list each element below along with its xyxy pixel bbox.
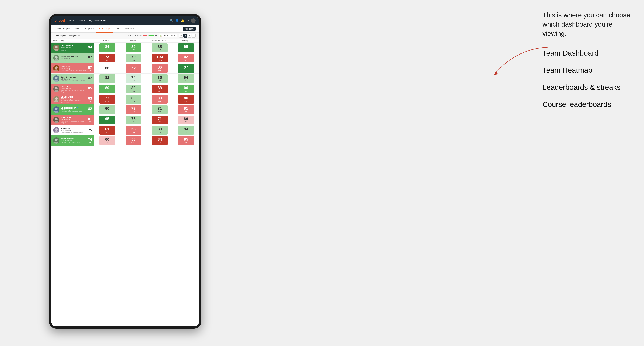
- stat-value: 71: [158, 117, 162, 121]
- heatmap-view-button[interactable]: ▦: [184, 34, 187, 37]
- sub-nav-all-players[interactable]: All Players: [122, 25, 137, 32]
- stat-box: 75 +2▲: [126, 116, 142, 124]
- stat-cell-4: 85 -4▼: [173, 135, 199, 146]
- notification-icon[interactable]: 🔔: [181, 19, 184, 22]
- player-quality-value: 83 -3▼: [88, 96, 92, 102]
- svg-point-1: [55, 46, 58, 48]
- user-avatar[interactable]: [191, 18, 196, 23]
- player-avatar: [53, 106, 60, 113]
- player-avatar: [53, 137, 60, 144]
- stat-change: +3▲: [184, 131, 188, 133]
- stat-change: +3▲: [132, 90, 135, 92]
- player-quality-value: 85 -3▼: [88, 86, 92, 92]
- stat-change: -3▼: [158, 80, 161, 82]
- stat-value: 77: [132, 107, 136, 110]
- sub-nav-team-clippd[interactable]: Team Clippd: [96, 25, 113, 32]
- stat-value: 83: [158, 96, 162, 100]
- stat-change: -6▼: [158, 100, 161, 102]
- sub-nav-pgat[interactable]: PGAT Players: [54, 25, 72, 32]
- nav-link-teams[interactable]: Teams: [79, 19, 86, 23]
- annotation-item-1: Team Dashboard: [542, 49, 634, 57]
- last-rounds-icon: 📊: [160, 35, 162, 36]
- verified-icon: ✓: [74, 96, 76, 98]
- stat-value: 84: [158, 138, 162, 141]
- stat-cell-4: 89 -2▼: [173, 115, 199, 125]
- grid-view-button[interactable]: ⊞: [179, 34, 183, 37]
- stat-cell-3: 71 -11▼: [147, 115, 173, 125]
- stat-cell-2: 58 +4▲: [120, 125, 147, 135]
- putting-col-header: Putting →: [173, 39, 199, 43]
- stat-cell-3: 83 -6▼: [147, 94, 173, 105]
- player-cell[interactable]: Charlie Quick ✓ 6-10 Handicap St. George…: [51, 94, 94, 105]
- svg-point-15: [55, 118, 58, 120]
- stat-cell-2: 74 +1▲: [120, 74, 147, 84]
- add-team-button[interactable]: Add Team: [183, 27, 196, 31]
- svg-point-6: [54, 69, 58, 71]
- avatar-icon: [53, 106, 60, 113]
- stat-cell-4: 94 +3▲: [173, 125, 199, 135]
- player-cell[interactable]: Matt Miller 6-10 Handicap Woburn Golf Cl…: [51, 125, 94, 135]
- stat-change: +15▲: [158, 59, 162, 61]
- svg-point-13: [55, 108, 58, 110]
- annotation-panel: This is where you can choose which dashb…: [542, 10, 634, 117]
- search-icon[interactable]: 🔍: [170, 19, 173, 22]
- stat-value: 92: [184, 55, 188, 59]
- player-stats-table: Player Quality ↓ Off the Tee → Approach …: [51, 39, 199, 146]
- list-view-button[interactable]: ≡: [188, 34, 192, 37]
- player-cell[interactable]: David Ford ✓ Plus Handicap Royal North D…: [51, 84, 94, 94]
- stat-cell-1: 60 +2▲: [94, 105, 120, 115]
- negative-bar: [143, 35, 147, 36]
- nav-link-my-performance[interactable]: My Performance: [89, 19, 106, 23]
- svg-point-8: [54, 80, 58, 82]
- player-quality-value: 75: [88, 128, 92, 132]
- stat-cell-2: 75 -3▼: [120, 63, 147, 74]
- svg-point-11: [55, 97, 58, 100]
- sub-nav-pga[interactable]: PGA: [72, 25, 82, 32]
- sub-nav-tour[interactable]: Tour: [113, 25, 122, 32]
- avatar-icon: [53, 75, 60, 82]
- stat-box: 73 -11▼: [100, 54, 115, 62]
- sub-nav-hcaps[interactable]: Hcaps 1-5: [82, 25, 96, 32]
- change-minus: -5: [147, 35, 149, 36]
- verified-icon: ✓: [77, 107, 78, 109]
- stat-cell-2: 75 +2▲: [120, 115, 147, 125]
- player-cell[interactable]: Chris Robertson ✓ 1-5 Handicap Craigmill…: [51, 105, 94, 115]
- player-cell[interactable]: Edward Crossman 1-5 Handicap Sunningdale…: [51, 53, 94, 63]
- player-club: Sunningdale Golf Club, United Kingdom: [61, 59, 86, 61]
- profile-icon[interactable]: 👤: [175, 19, 179, 22]
- stat-cell-2: 77 -3▼: [120, 105, 147, 115]
- player-cell[interactable]: Elliot Ebert 1-5 Handicap Sunningdale Go…: [51, 63, 94, 74]
- download-button[interactable]: ↓: [192, 34, 196, 37]
- edit-icon[interactable]: ✏: [78, 34, 80, 37]
- stat-value: 96: [184, 86, 188, 90]
- player-info: Edward Crossman 1-5 Handicap Sunningdale…: [61, 55, 86, 61]
- stat-change: +9▲: [132, 59, 135, 61]
- stat-box: 95 +9▲: [178, 43, 194, 52]
- stat-cell-3: 85 -3▼: [147, 74, 173, 84]
- stat-value: 81: [158, 107, 162, 110]
- stat-value: 74: [132, 76, 136, 79]
- player-cell[interactable]: Dave Billingham 1-5 Handicap Gog Magog G…: [51, 74, 94, 84]
- stat-box: 58 +10▲: [126, 136, 142, 145]
- stat-box: 79 +9▲: [126, 54, 142, 62]
- stat-box: 97 +5▲: [178, 64, 194, 73]
- stat-cell-1: 95 +8▲: [94, 115, 120, 125]
- stat-box: 58 +4▲: [126, 126, 142, 135]
- last-rounds-button[interactable]: 📊 Last Rounds: 20: [158, 34, 178, 37]
- stat-cell-2: 80 +1▲: [120, 94, 147, 105]
- player-name: Charlie Quick ✓: [61, 96, 86, 98]
- player-handicap: 1-5 Handicap: [61, 68, 86, 70]
- player-cell[interactable]: Josh Coles 1-5 Handicap Royal North Devo…: [51, 115, 94, 125]
- stat-value: 75: [132, 65, 136, 69]
- settings-icon[interactable]: ⚙: [186, 19, 189, 22]
- tablet-device: clippd Home Teams My Performance 🔍 👤 🔔 ⚙…: [49, 14, 201, 329]
- player-avatar: [53, 117, 60, 123]
- player-info: Chris Robertson ✓ 1-5 Handicap Craigmill…: [61, 107, 82, 112]
- stat-cell-4: 86 -8▼: [173, 94, 199, 105]
- player-cell[interactable]: Blair McHarg Plus Handicap Royal North D…: [51, 43, 94, 53]
- player-cell[interactable]: Aaron Nicholls 11-15 Handicap Drift Golf…: [51, 135, 94, 146]
- nav-link-home[interactable]: Home: [69, 19, 75, 23]
- stat-value: 61: [105, 127, 109, 131]
- stat-box: 74 +1▲: [126, 74, 142, 83]
- svg-point-9: [55, 87, 58, 89]
